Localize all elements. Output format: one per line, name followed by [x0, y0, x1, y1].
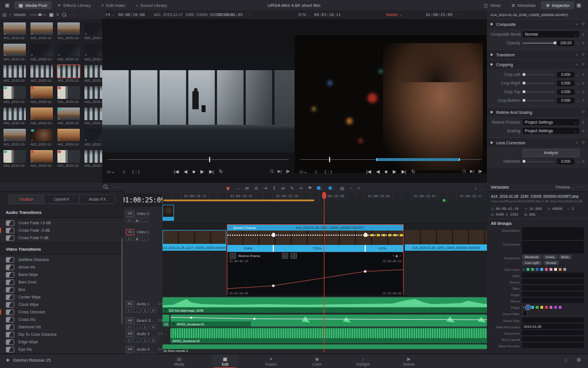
- media-clip[interactable]: ♪A01_2015-12-17_2...: [84, 108, 103, 125]
- timeline-name-dropdown[interactable]: Master ⌄: [381, 13, 408, 17]
- clip-thumbnail[interactable]: ♪: [57, 108, 80, 120]
- clip-color-swatch[interactable]: [540, 268, 543, 271]
- reset-icon[interactable]: ↺: [582, 72, 585, 76]
- keyframe-icon[interactable]: ◆: [395, 254, 398, 258]
- loop-icon[interactable]: ↻: [411, 169, 415, 174]
- effect-item-eye-iris[interactable]: Eye Iris: [0, 346, 123, 353]
- flag-swatch[interactable]: [540, 306, 543, 309]
- track-lane-v2[interactable]: [163, 202, 487, 224]
- keyframe-icon[interactable]: ◇: [577, 159, 579, 163]
- clip-thumbnail[interactable]: ♪: [3, 150, 26, 163]
- effect-item-band-wipe[interactable]: Band Wipe: [0, 271, 123, 278]
- clip-thumbnail[interactable]: ♪: [30, 86, 53, 99]
- video2-clip[interactable]: [163, 205, 174, 221]
- reset-icon[interactable]: ↺: [582, 32, 585, 36]
- crop-right-value[interactable]: 0.000: [557, 80, 574, 86]
- audio-monitor-icon[interactable]: ♪: [474, 186, 477, 191]
- window-options-icon[interactable]: ▣: [576, 2, 581, 8]
- video1-clip-left[interactable]: [163, 230, 226, 244]
- crop-bottom-value[interactable]: 0.000: [557, 98, 574, 103]
- timeline-view-icon[interactable]: ▤: [340, 186, 345, 191]
- media-clip[interactable]: ♪A01_2015-12-17_1...: [30, 65, 53, 82]
- clip-thumbnail[interactable]: ♪: [57, 150, 80, 163]
- mute-icon[interactable]: M: [150, 308, 156, 313]
- curve-edit-icon[interactable]: ↗: [291, 253, 297, 259]
- play-icon[interactable]: ▶: [393, 169, 396, 174]
- effect-item-diamond-iris[interactable]: Diamond Iris: [0, 323, 123, 331]
- topbar-button-effects-library[interactable]: ✦Effects Library: [53, 1, 96, 9]
- crop-top-value[interactable]: 0.000: [557, 89, 574, 95]
- media-clip[interactable]: ♪A01_2015-12-17_2...: [3, 150, 26, 167]
- inspector-options-icon[interactable]: ···: [585, 12, 588, 17]
- track-badge[interactable]: A2: [126, 317, 134, 324]
- clip-name-bar[interactable]: A14_2016-01-28_2155_C0006_[000000-001638…: [405, 244, 487, 251]
- speed-change-bar[interactable]: ›Speed Change A14_2016-01-28_2240_C0005_…: [227, 225, 403, 231]
- auto-select-icon[interactable]: ▣: [134, 236, 140, 241]
- clip-thumbnail[interactable]: ♪: [30, 22, 53, 35]
- media-clip[interactable]: ♪A01_2015-12-17_2...: [84, 150, 103, 167]
- select-tool-icon[interactable]: [226, 186, 231, 190]
- clip-thumbnail[interactable]: ♪: [30, 65, 53, 78]
- metadata-options-icon[interactable]: ···: [578, 185, 584, 190]
- stop-icon[interactable]: ■: [385, 169, 388, 174]
- take-field[interactable]: [522, 285, 584, 290]
- solo-icon[interactable]: S: [142, 308, 148, 313]
- move-field[interactable]: [522, 298, 584, 303]
- enable-track-icon[interactable]: □: [142, 217, 148, 223]
- replace-clip-icon[interactable]: ⇌: [281, 186, 285, 191]
- distortion-slider[interactable]: [523, 161, 555, 162]
- clip-name-bar[interactable]: A14_2016-01-28_2217_C0005_[00000-002467]: [163, 244, 226, 251]
- keyframe-icon[interactable]: ◇: [577, 72, 579, 76]
- add-keyframe-icon[interactable]: +: [575, 53, 578, 57]
- media-clip[interactable]: ♪A01_2015-12-17_1...: [30, 22, 53, 40]
- media-pool-options-icon[interactable]: ···: [69, 12, 76, 17]
- clip-color-swatch[interactable]: [559, 268, 562, 271]
- lock-icon[interactable]: ⊡: [126, 338, 132, 343]
- solo-icon[interactable]: S: [142, 338, 148, 343]
- crop-left-slider[interactable]: [523, 74, 555, 75]
- clip-thumbnail[interactable]: ♪: [3, 108, 26, 120]
- clip-color-swatch[interactable]: [527, 268, 529, 271]
- media-clip[interactable]: ♪A01_2015-12-17_1...: [3, 44, 26, 61]
- effect-item-clock-wipe[interactable]: Clock Wipe: [0, 301, 123, 308]
- opacity-slider[interactable]: [523, 43, 555, 44]
- media-clip[interactable]: ♪A01_2015-12-17_2...: [57, 150, 80, 167]
- add-keyframe-icon[interactable]: +: [575, 63, 578, 67]
- trim-edit-mode-icon[interactable]: ↔: [235, 186, 240, 191]
- clip-color-swatch[interactable]: [531, 268, 534, 271]
- mute-icon[interactable]: M: [150, 338, 156, 343]
- topbar-button-metadata[interactable]: ≣Metadata: [506, 1, 540, 9]
- auto-select-icon[interactable]: ▣: [134, 217, 140, 223]
- loop-icon[interactable]: ↻: [219, 169, 223, 174]
- search-icon[interactable]: [62, 13, 67, 17]
- comments-field[interactable]: [522, 241, 584, 254]
- section-retime-scaling[interactable]: Retime And Scaling ↺: [487, 107, 588, 117]
- shoot-day-field[interactable]: [522, 317, 584, 323]
- track-badge[interactable]: A3: [126, 331, 134, 337]
- clip-thumbnail[interactable]: ♪: [30, 108, 53, 120]
- back-icon[interactable]: ‹: [10, 12, 11, 17]
- media-clip[interactable]: ♪A01_2015-12-17_1...: [57, 65, 80, 82]
- media-clip[interactable]: ♪A01_2015-12-17_2...: [3, 129, 26, 146]
- effects-scrollbar[interactable]: [121, 238, 123, 324]
- effect-item-cross-fade-0-db[interactable]: Cross Fade 0 dB: [0, 234, 123, 241]
- mark-out-icon[interactable]: |▶: [286, 169, 290, 174]
- flag-icon[interactable]: ⚑: [308, 186, 312, 191]
- clip-thumbnail[interactable]: ♪: [84, 150, 103, 163]
- clip-thumbnail[interactable]: ♪: [30, 129, 53, 141]
- opacity-value[interactable]: 100.00: [557, 40, 574, 46]
- thumbnail-view-icon[interactable]: ▦: [49, 12, 54, 17]
- effects-options-icon[interactable]: ···: [113, 185, 119, 190]
- audio4-clip[interactable]: [163, 344, 487, 349]
- zoom-in-icon[interactable]: +: [357, 186, 360, 191]
- section-lens-correction[interactable]: Lens Correction + ↺: [487, 137, 588, 147]
- retime-curve-editor[interactable]: ▪ Retime Frame ∧ ↗ ‹ ◆ ›: [227, 252, 403, 296]
- metadata-scope-dropdown[interactable]: Timeline ⌄: [555, 185, 574, 189]
- page-deliver[interactable]: ▶Deliver: [396, 354, 422, 368]
- track-badge[interactable]: V2: [126, 210, 134, 217]
- media-clip[interactable]: ♪A01_2015-12-17_2...: [57, 108, 80, 125]
- keywords-field[interactable]: WetlandsGrassBirdsLow LightSunset: [522, 255, 584, 265]
- effect-item-edge-wipe[interactable]: Edge Wipe: [0, 338, 123, 346]
- media-clip[interactable]: ♪A01_2015-12-17_2...: [84, 86, 103, 103]
- pen-tool-icon[interactable]: ✎: [291, 186, 295, 191]
